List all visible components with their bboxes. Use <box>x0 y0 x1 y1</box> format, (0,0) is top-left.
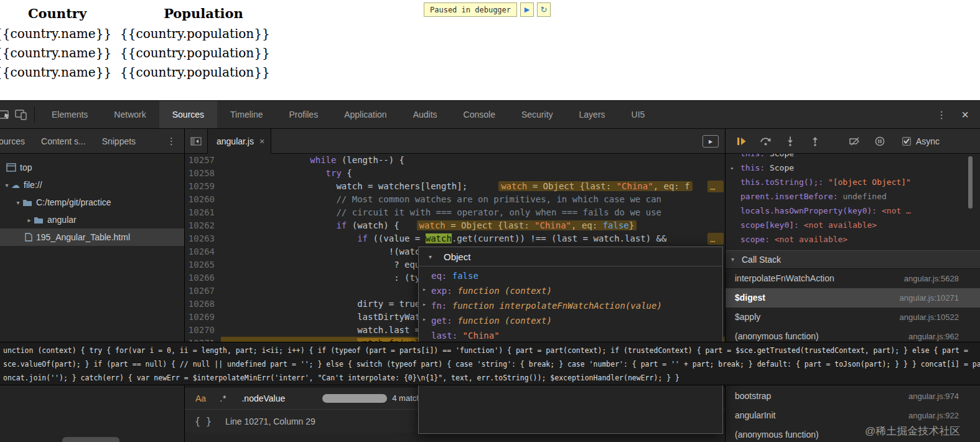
devtools-menu-icon[interactable]: ⋮ <box>924 109 959 121</box>
line-number[interactable]: 10263 <box>185 232 221 245</box>
scrollbar-thumb[interactable] <box>62 437 119 442</box>
line-number[interactable]: 10258 <box>185 167 221 180</box>
line-number[interactable]: 10259 <box>185 180 221 193</box>
pretty-print-icon[interactable]: { } <box>195 416 212 427</box>
call-stack-frame[interactable]: angularInit angular.js:922 <box>726 406 980 425</box>
paused-banner-label: Paused in debugger <box>424 2 517 17</box>
tab-timeline[interactable]: Timeline <box>217 101 276 128</box>
show-drawer-icon[interactable]: ▶ <box>702 135 719 148</box>
property-row[interactable]: ▸ get: function (context) <box>419 316 722 331</box>
collapse-arrow-icon[interactable]: ▸ <box>422 301 426 308</box>
tab-sources[interactable]: Sources <box>159 101 217 128</box>
line-number[interactable]: 10270 <box>185 324 221 337</box>
tab-application[interactable]: Application <box>331 101 400 128</box>
property-row[interactable]: ▸ fn: function interpolateFnWatchAction(… <box>419 301 722 316</box>
step-banner-button[interactable]: ↻ <box>537 2 551 17</box>
tab-profiles[interactable]: Profiles <box>276 101 331 128</box>
popup-title-row[interactable]: ▾ Object <box>419 247 722 266</box>
call-stack-frame[interactable]: $apply angular.js:10522 <box>726 308 980 327</box>
tree-item-file-protocol[interactable]: ▾ ☁ file:// <box>0 176 184 194</box>
tab-content-scripts[interactable]: Content s... <box>33 136 94 146</box>
property-row[interactable]: eq: false <box>419 271 722 286</box>
line-number[interactable]: 10264 <box>185 245 221 258</box>
pause-on-exceptions-button[interactable] <box>867 136 892 146</box>
tree-item-html-file[interactable]: 195_Angular_Table.html <box>0 228 184 246</box>
tree-item-angular-folder[interactable]: ▸ angular <box>0 211 184 228</box>
line-number[interactable]: 10268 <box>185 298 221 311</box>
scope-row[interactable]: this: Scope <box>726 154 980 161</box>
resume-script-button[interactable]: ▶ <box>520 2 534 17</box>
code-text: watch = watchers[length];watch = Object … <box>221 180 693 193</box>
table-row: {{country.name}} {{country.population}} <box>0 62 287 82</box>
deactivate-breakpoints-button[interactable] <box>842 137 867 146</box>
match-case-toggle[interactable]: Aa <box>195 393 206 403</box>
cursor-position: Line 10271, Column 29 <box>225 416 315 426</box>
line-number[interactable]: 10269 <box>185 311 221 324</box>
expand-arrow-icon: ▾ <box>429 247 432 266</box>
call-stack-frame[interactable]: interpolateFnWatchAction angular.js:5628 <box>726 269 980 288</box>
expand-arrow-icon: ▾ <box>731 251 734 268</box>
scrollbar-thumb[interactable] <box>968 156 973 209</box>
step-over-button[interactable] <box>753 136 778 146</box>
call-stack-header[interactable]: ▾ Call Stack <box>726 250 980 269</box>
collapse-arrow-icon[interactable]: ▸ <box>730 161 734 175</box>
inspect-element-icon[interactable] <box>0 109 13 120</box>
tab-snippets[interactable]: Snippets <box>94 136 144 146</box>
toggle-navigator-icon[interactable] <box>190 137 202 146</box>
line-number[interactable]: 10267 <box>185 284 221 298</box>
close-tab-icon[interactable]: × <box>259 136 264 146</box>
tab-ui5[interactable]: UI5 <box>618 101 658 128</box>
tab-sources-panel[interactable]: ources <box>0 136 33 146</box>
device-toolbar-icon[interactable] <box>13 109 29 120</box>
scope-row[interactable]: scope: <not available> <box>726 232 980 247</box>
tree-item-top[interactable]: top <box>0 159 184 176</box>
scope-row[interactable]: ▸ this: Scope <box>726 161 980 175</box>
cell-country-name: {{country.name}} <box>0 43 120 62</box>
code-text: while (length--) { <box>221 154 404 167</box>
tab-security[interactable]: Security <box>508 101 566 128</box>
step-into-button[interactable] <box>778 136 803 146</box>
scope-row[interactable]: locals.hasOwnProperty(key0): <not … <box>726 204 980 218</box>
call-stack-frame[interactable]: $digest angular.js:10271 <box>726 288 980 308</box>
expand-arrow-icon[interactable]: ▾ <box>2 182 11 189</box>
search-input[interactable]: .nodeValue <box>241 393 285 403</box>
scope-row[interactable]: this.toString();: "[object Object]" <box>726 175 980 189</box>
resume-button[interactable] <box>729 137 753 146</box>
scope-row[interactable]: parent.insertBefore: undefined <box>726 189 980 204</box>
tab-network[interactable]: Network <box>101 101 159 128</box>
tree-item-practice-folder[interactable]: ▾ C:/temp/git/practice <box>0 194 184 211</box>
tab-elements[interactable]: Elements <box>39 101 101 128</box>
table-header-population: Population <box>120 2 287 24</box>
line-number[interactable]: 10257 <box>185 154 221 167</box>
code-line: 10258 try { <box>185 167 725 180</box>
tab-layers[interactable]: Layers <box>566 101 618 128</box>
inline-eval-value: watch = Object {last: "China", eq: false… <box>417 220 637 230</box>
tab-audits[interactable]: Audits <box>400 101 450 128</box>
tree-item-label: angular <box>47 215 77 225</box>
async-checkbox[interactable] <box>902 137 911 146</box>
navigator-menu-icon[interactable]: ⋮ <box>159 136 184 147</box>
code-text: if ((value = watch.get(current)) !== (la… <box>221 232 666 245</box>
collapse-arrow-icon[interactable]: ▸ <box>422 286 426 293</box>
cell-country-population: {{country.population}} <box>120 62 287 82</box>
expand-arrow-icon[interactable]: ▾ <box>14 199 22 206</box>
property-row[interactable]: ▸ exp: function (context) <box>419 286 722 301</box>
line-number[interactable]: 10265 <box>185 258 221 271</box>
play-glyph-icon: ▶ <box>709 139 712 144</box>
regex-toggle[interactable]: .* <box>220 393 226 403</box>
line-number[interactable]: 10266 <box>185 271 221 284</box>
step-out-button[interactable] <box>803 136 828 146</box>
search-scrollbar-thumb[interactable] <box>322 394 387 403</box>
tab-console[interactable]: Console <box>450 101 508 128</box>
scope-row[interactable]: scope[key0]: <not available> <box>726 218 980 232</box>
collapse-arrow-icon[interactable]: ▸ <box>25 217 34 223</box>
line-number[interactable]: 10261 <box>185 206 221 219</box>
scope-pane: this: Scope ▸ this: Scope this.toString(… <box>726 154 980 251</box>
devtools-close-icon[interactable]: × <box>959 108 980 122</box>
call-stack-frame[interactable]: bootstrap angular.js:974 <box>726 387 980 406</box>
line-number[interactable]: 10260 <box>185 193 221 206</box>
editor-tab-angular-js[interactable]: angular.js × <box>207 129 271 154</box>
collapse-arrow-icon[interactable]: ▸ <box>422 316 426 322</box>
line-number[interactable]: 10262 <box>185 219 221 232</box>
tree-item-label: top <box>20 162 32 172</box>
